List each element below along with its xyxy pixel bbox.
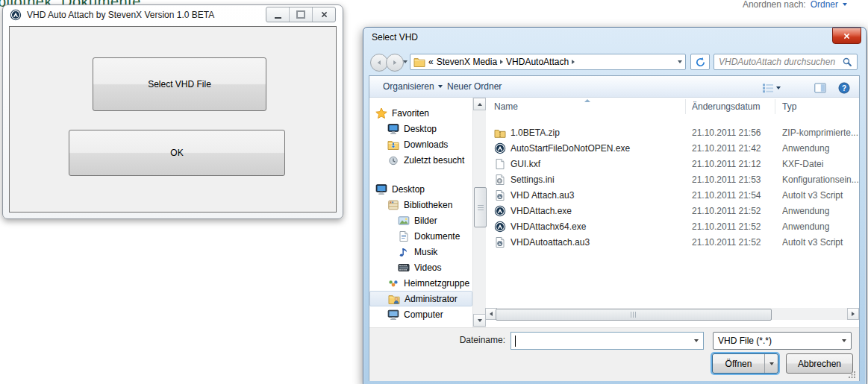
open-button[interactable]: Öffnen [712,353,778,374]
filename-combo[interactable] [511,332,704,350]
triangle-left-icon [490,312,493,316]
sidebar-item-downloads[interactable]: Downloads [369,136,472,152]
sidebar-item-label: Desktop [392,184,425,195]
file-row[interactable]: GUI.kxf 21.10.2011 21:12 KXF-Datei [485,156,859,171]
maximize-button[interactable] [289,7,312,22]
select-vhd-dialog: Select VHD « StevenX Media VHDAutoAttach [363,27,867,384]
dialog-client: Organisieren Neuer Ordner [369,75,860,381]
sidebar-item-heimnetzgruppe[interactable]: Heimnetzgruppe [369,275,472,291]
arrange-by-control[interactable]: Anordnen nach: Ordner [743,0,847,10]
sidebar-item-videos[interactable]: Videos [369,259,472,275]
breadcrumb-separator-icon [500,60,503,64]
breadcrumb-item-vhdautoattach[interactable]: VHDAutoAttach [506,57,569,67]
sidebar-item-label: Favoriten [392,108,429,119]
cancel-button[interactable]: Abbrechen [786,353,853,374]
file-type: AutoIt v3 Script [782,190,859,201]
sidebar-item-desktop[interactable]: Desktop [369,181,472,197]
arrange-by-label: Anordnen nach: [743,0,806,10]
scroll-up-button[interactable] [473,98,486,110]
column-divider[interactable] [685,99,686,114]
sidebar-item-bilder[interactable]: Bilder [369,213,472,228]
file-row[interactable]: VHDAttachx64.exe 21.10.2011 21:52 Anwend… [485,218,859,234]
computer-icon [387,309,399,321]
breadcrumb[interactable]: « StevenX Media VHDAutoAttach [410,54,686,70]
sidebar-item-label: Dokumente [414,231,460,242]
sidebar-item-label: Administrator [405,294,458,304]
file-row[interactable]: Settings.ini 21.10.2011 21:53 Konfigurat… [485,171,859,187]
organize-button[interactable]: Organisieren [378,78,447,95]
file-date: 21.10.2011 21:42 [692,143,775,154]
arrange-by-value[interactable]: Ordner [811,0,838,10]
refresh-button[interactable] [690,54,710,70]
user-folder-icon [388,293,400,305]
preview-pane-button[interactable] [810,80,831,96]
breadcrumb-overflow[interactable]: « [428,57,434,67]
sidebar-item-administrator[interactable]: Administrator [369,291,472,306]
column-header-type[interactable]: Typ [782,101,796,112]
select-vhd-file-button[interactable]: Select VHD File [93,57,266,111]
horizontal-scrollbar-thumb[interactable] [496,309,772,321]
file-row[interactable]: 1.0BETA.zip 21.10.2011 21:56 ZIP-komprim… [485,125,859,140]
open-split-dropdown[interactable] [764,354,778,373]
desktop-icon [375,183,387,195]
file-date: 21.10.2011 21:56 [692,128,775,138]
file-row[interactable]: VHD Attach.au3 21.10.2011 21:54 AutoIt v… [485,187,859,203]
breadcrumb-separator-icon [572,60,575,64]
caption-buttons [266,7,336,22]
sidebar-item-zuletzt-besucht[interactable]: Zuletzt besucht [369,152,472,168]
close-button[interactable] [312,7,335,22]
sidebar-item-bibliotheken[interactable]: Bibliotheken [369,197,472,213]
file-date: 21.10.2011 21:52 [692,206,775,216]
column-header-name[interactable]: Name [494,101,518,112]
autoit-exe-icon [494,142,506,154]
help-button[interactable] [834,80,855,96]
file-name: VHDAttach.exe [511,206,684,216]
au3-script-icon [494,236,506,248]
minimize-icon [275,17,281,19]
maximize-icon [296,10,305,19]
new-folder-button[interactable]: Neuer Ordner [443,78,506,95]
forward-button[interactable] [386,54,404,72]
scroll-right-button[interactable] [847,308,859,320]
documents-icon [398,230,410,242]
history-dropdown-icon[interactable] [403,60,408,63]
sidebar-item-computer[interactable]: Computer [369,306,472,322]
file-type: KXF-Datei [782,159,859,169]
close-icon [320,10,328,19]
file-row[interactable]: VHDAttach.exe 21.10.2011 21:52 Anwendung [485,203,859,218]
column-header-date[interactable]: Änderungsdatum [692,101,760,112]
search-icon[interactable] [842,57,852,67]
sidebar-item-dokumente[interactable]: Dokumente [369,228,472,244]
dialog-close-button[interactable] [832,28,861,44]
refresh-icon [695,57,706,68]
au3-script-icon [494,189,506,201]
resize-grip-icon[interactable] [849,371,856,379]
file-date: 21.10.2011 21:54 [692,190,775,201]
file-row[interactable]: AutoStartFileDoNotOPEN.exe 21.10.2011 21… [485,140,859,156]
file-icon [494,158,506,170]
nav-scrollbar[interactable] [472,98,486,328]
sidebar-item-label: Bilder [414,215,437,226]
horizontal-scrollbar[interactable] [485,308,859,320]
minimize-button[interactable] [266,7,289,22]
address-dropdown-icon[interactable] [678,60,682,63]
file-row[interactable]: VHDAutoattach.au3 21.10.2011 21:52 AutoI… [485,234,859,250]
browse-area: Favoriten Desktop Downloads Zuletzt besu… [369,98,859,328]
new-folder-label: Neuer Ordner [447,81,502,92]
filetype-select[interactable]: VHD File (*.*) [713,332,852,350]
chevron-down-icon[interactable] [694,339,699,342]
search-input[interactable]: VHDAutoAttach durchsuchen [714,54,858,70]
ok-button[interactable]: OK [69,130,285,176]
sidebar-item-desktop-favorite[interactable]: Desktop [369,121,472,136]
app-window-title: VHD Auto Attach by StevenX Version 1.0 B… [27,10,214,20]
filename-input[interactable] [514,334,678,347]
breadcrumb-item-stevenx-media[interactable]: StevenX Media [437,57,497,67]
change-view-button[interactable] [758,80,785,96]
column-divider[interactable] [775,99,775,114]
organize-label: Organisieren [383,81,434,92]
scroll-down-button[interactable] [473,314,486,327]
sidebar-item-label: Zuletzt besucht [404,155,464,166]
sidebar-item-favoriten[interactable]: Favoriten [369,105,472,121]
sidebar-item-musik[interactable]: Musik [369,244,472,259]
arrow-right-icon [390,58,399,67]
